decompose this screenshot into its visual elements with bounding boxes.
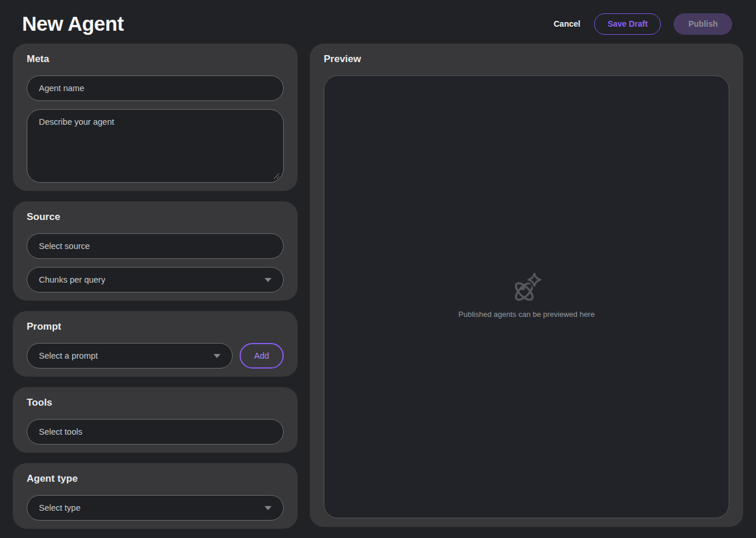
select-prompt-label: Select a prompt: [39, 351, 214, 360]
agent-description-textarea[interactable]: [27, 109, 284, 183]
select-tools-input[interactable]: [39, 427, 272, 436]
publish-button[interactable]: Publish: [674, 13, 732, 35]
select-type-select[interactable]: Select type: [27, 495, 284, 521]
chevron-down-icon: [214, 354, 220, 358]
prompt-card: Prompt Select a prompt Add: [13, 311, 298, 377]
header-actions: Cancel Save Draft Publish: [552, 13, 732, 35]
agent-description-field[interactable]: [27, 109, 284, 183]
page-header: New Agent Cancel Save Draft Publish: [0, 0, 756, 41]
meta-heading: Meta: [27, 53, 284, 65]
agent-atom-sparkle-icon: [510, 272, 542, 305]
chevron-down-icon: [265, 506, 272, 510]
agent-type-card: Agent type Select type: [13, 463, 298, 529]
main-content: Meta Source Chunks per query: [0, 41, 756, 527]
chunks-per-query-label: Chunks per query: [39, 275, 265, 284]
tools-heading: Tools: [27, 397, 284, 409]
prompt-row: Select a prompt Add: [27, 343, 284, 369]
preview-heading: Preview: [324, 53, 729, 65]
agent-type-heading: Agent type: [27, 473, 284, 485]
preview-empty-state: Published agents can be previewed here: [458, 272, 595, 319]
agent-name-field[interactable]: [27, 75, 284, 101]
select-source-field[interactable]: [27, 233, 284, 259]
page-title: New Agent: [22, 12, 124, 35]
preview-empty-message: Published agents can be previewed here: [458, 310, 595, 319]
prompt-heading: Prompt: [27, 321, 284, 333]
source-heading: Source: [27, 211, 284, 223]
cancel-button[interactable]: Cancel: [552, 13, 581, 35]
select-tools-field[interactable]: [27, 419, 284, 445]
preview-panel: Published agents can be previewed here: [324, 75, 729, 518]
chevron-down-icon: [265, 278, 272, 282]
agent-form-column: Meta Source Chunks per query: [13, 44, 298, 527]
tools-card: Tools: [13, 387, 298, 453]
preview-card: Preview Published agents can be previ: [310, 44, 743, 527]
select-source-input[interactable]: [39, 241, 272, 251]
add-prompt-button[interactable]: Add: [240, 343, 284, 369]
select-type-label: Select type: [39, 503, 265, 512]
select-prompt-select[interactable]: Select a prompt: [27, 343, 233, 369]
source-card: Source Chunks per query: [13, 201, 298, 301]
meta-card: Meta: [13, 44, 298, 191]
chunks-per-query-select[interactable]: Chunks per query: [27, 267, 284, 293]
agent-name-input[interactable]: [39, 84, 272, 93]
save-draft-button[interactable]: Save Draft: [594, 13, 661, 35]
